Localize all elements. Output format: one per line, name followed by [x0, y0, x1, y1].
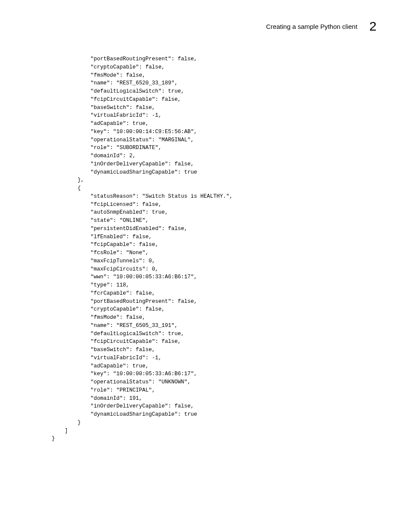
page-header-chapter-number: 2 [369, 19, 377, 34]
code-block: "portBasedRoutingPresent": false, "crypt… [52, 55, 233, 443]
page: Creating a sample Python client 2 "portB… [0, 0, 411, 532]
page-header-title: Creating a sample Python client [266, 23, 358, 30]
page-header: Creating a sample Python client 2 [266, 19, 377, 34]
